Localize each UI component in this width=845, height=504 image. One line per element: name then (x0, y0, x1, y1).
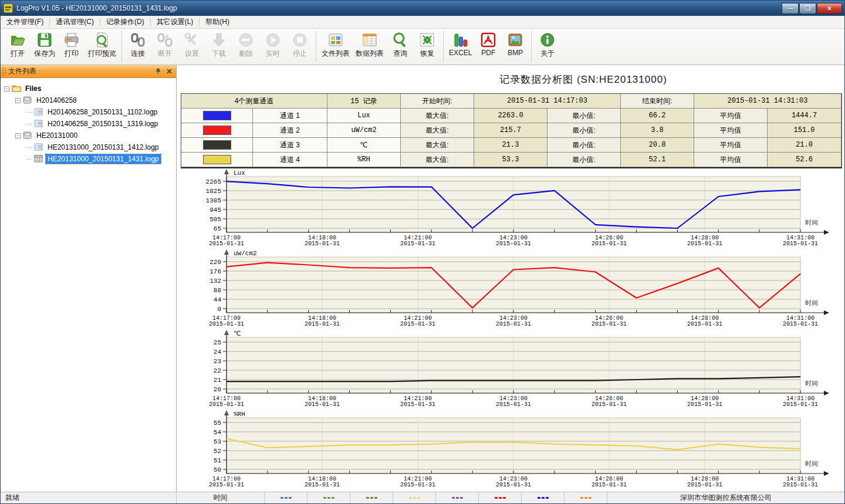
toolbar-button-connect[interactable]: 连接 (124, 29, 151, 65)
chart-canvas: 2265182513859455056514:17:002015-01-3114… (177, 168, 845, 249)
restore-zoom-icon (418, 31, 436, 49)
toolbar-button-print-preview[interactable]: 打印预览 (85, 29, 119, 65)
tree-item-label[interactable]: H201406258_20150131_1319.logp (46, 119, 160, 128)
main-content: 记录数据分析图 (SN:HE20131000) 4个测量通道15 记录开始时间:… (177, 65, 844, 492)
channel-unit: ℃ (327, 138, 401, 153)
summary-table: 4个测量通道15 记录开始时间:2015-01-31 14:17:03结束时间:… (181, 93, 842, 168)
toolbar-button-realtime: 实时 (259, 29, 286, 65)
summary-start-value: 2015-01-31 14:17:03 (474, 94, 621, 109)
toolbar-button-file-list[interactable]: 文件列表 (319, 29, 353, 65)
svg-text:1385: 1385 (206, 197, 221, 204)
toolbar-button-about[interactable]: 关于 (534, 29, 561, 65)
toolbar-button-label: 下载 (212, 49, 226, 59)
status-dash-indicator (323, 497, 334, 499)
tree-item-6[interactable]: HE20131000_20150131_1412.logp (4, 141, 176, 153)
toolbar-button-stop: 停止 (286, 29, 313, 65)
channel-swatch-cell (181, 123, 253, 138)
query-icon (391, 31, 409, 49)
window-controls: —❐✕ (782, 3, 842, 14)
tree-item-1[interactable]: -Files (4, 83, 176, 94)
tree-item-label[interactable]: H201406258_20150131_1102.logp (46, 107, 159, 117)
realtime-icon (264, 31, 282, 49)
channel-unit: Lux (327, 109, 401, 123)
channel-avg-value: 151.0 (768, 123, 841, 138)
toolbar-button-pdf[interactable]: PDF (475, 29, 502, 65)
channel-color-swatch (203, 126, 231, 135)
status-dash-indicator (538, 497, 549, 499)
channel-avg-label: 平均值 (694, 109, 768, 123)
status-dash-indicator (280, 497, 292, 499)
status-cell-dash-2 (307, 492, 350, 503)
svg-text:1825: 1825 (206, 188, 221, 195)
tree-item-4[interactable]: H201406258_20150131_1319.logp (4, 118, 176, 130)
tree-expander-icon[interactable]: - (15, 133, 21, 138)
restore-button[interactable]: ❐ (799, 3, 816, 14)
tree-item-7[interactable]: HE20131000_20150131_1431.logp (4, 153, 176, 165)
tree-connector (26, 147, 32, 148)
svg-text:2015-01-31: 2015-01-31 (783, 321, 818, 327)
menu-bar: 文件管理(F)通讯管理(C)记录操作(D)其它设置(L)帮助(H) (1, 16, 844, 29)
svg-text:132: 132 (209, 278, 221, 285)
channel-max-value: 53.3 (474, 153, 547, 167)
toolbar-button-bmp[interactable]: BMP (502, 29, 529, 65)
channel-min-label: 最小值: (547, 138, 621, 153)
toolbar-button-label: PDF (481, 49, 495, 57)
toolbar-button-print[interactable]: 打印 (58, 29, 85, 65)
menu-item-1[interactable]: 文件管理(F) (1, 16, 49, 28)
channel-color-swatch (203, 111, 231, 120)
svg-text:54: 54 (214, 429, 222, 436)
toolbar-button-label: 数据列表 (356, 49, 384, 59)
status-dash-indicator (366, 497, 377, 499)
svg-text:2015-01-31: 2015-01-31 (400, 401, 435, 408)
folder-icon (12, 84, 21, 93)
file-selected-icon (34, 155, 43, 163)
menu-item-2[interactable]: 通讯管理(C) (50, 16, 100, 28)
window-title: LogPro V1.05 - HE20131000_20150131_1431.… (16, 4, 782, 12)
device-icon (23, 131, 32, 140)
tree-item-label[interactable]: HE20131000 (35, 131, 79, 140)
menu-item-3[interactable]: 记录操作(D) (100, 16, 150, 28)
menu-item-5[interactable]: 帮助(H) (200, 16, 235, 28)
chart-channel-4-rh: 55545352515014:17:002015-01-3114:18:0020… (177, 410, 844, 490)
settings-icon (183, 31, 201, 49)
channel-max-label: 最大值: (401, 153, 474, 167)
toolbar-button-query[interactable]: 查询 (387, 29, 414, 65)
tree-item-label[interactable]: Files (23, 84, 43, 93)
pin-icon[interactable] (153, 67, 162, 76)
channel-name: 通道 3 (253, 138, 327, 153)
toolbar-button-open-folder[interactable]: 打开 (4, 29, 31, 65)
file-list-panel: 文件列表 -Files-H201406258H201406258_2015013… (1, 65, 177, 492)
file-list-icon (327, 31, 344, 49)
tree-item-3[interactable]: H201406258_20150131_1102.logp (4, 106, 176, 118)
file-icon (34, 108, 43, 116)
tree-item-2[interactable]: -H201406258 (4, 94, 176, 106)
charts-area: 2265182513859455056514:17:002015-01-3114… (177, 168, 844, 492)
toolbar-button-save[interactable]: 保存为 (31, 29, 58, 65)
channel-color-swatch (203, 155, 231, 164)
svg-text:时间: 时间 (805, 219, 818, 226)
svg-text:2015-01-31: 2015-01-31 (783, 401, 818, 408)
channel-min-value: 20.8 (621, 138, 694, 153)
channel-max-label: 最大值: (401, 138, 474, 153)
svg-text:Lux: Lux (234, 170, 245, 177)
svg-text:23: 23 (214, 358, 221, 365)
svg-text:53: 53 (214, 438, 221, 445)
tree-expander-icon[interactable]: - (15, 98, 21, 103)
channel-name: 通道 1 (253, 109, 327, 123)
minimize-button[interactable]: — (782, 3, 799, 14)
close-button[interactable]: ✕ (817, 3, 842, 14)
toolbar-button-restore-zoom[interactable]: 恢复 (414, 29, 441, 65)
svg-text:uW/cm2: uW/cm2 (234, 250, 257, 257)
toolbar-button-data-list[interactable]: 数据列表 (353, 29, 387, 65)
tree-expander-icon[interactable]: - (4, 86, 9, 92)
menu-item-4[interactable]: 其它设置(L) (151, 16, 200, 28)
tree-item-label[interactable]: HE20131000_20150131_1412.logp (46, 143, 161, 152)
tree-item-label[interactable]: HE20131000_20150131_1431.logp (46, 154, 161, 164)
close-panel-icon[interactable] (164, 67, 174, 76)
chart-channel-3-celsius: 25242322212014:17:002015-01-3114:18:0020… (177, 329, 844, 410)
channel-name: 通道 2 (253, 123, 327, 138)
toolbar-button-excel[interactable]: EXCEL (446, 29, 475, 65)
tree-item-label[interactable]: H201406258 (35, 96, 79, 105)
svg-text:945: 945 (209, 207, 221, 214)
tree-item-5[interactable]: -HE20131000 (4, 130, 176, 141)
